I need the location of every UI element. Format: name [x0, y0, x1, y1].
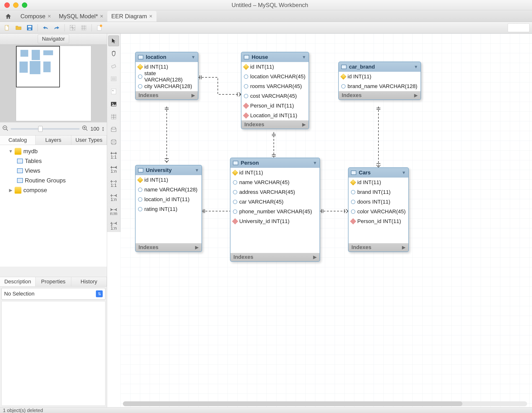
horizontal-scrollbar[interactable]	[123, 401, 527, 406]
column-row[interactable]: name VARCHAR(128)	[135, 185, 201, 195]
tab-properties[interactable]: Properties	[36, 277, 71, 286]
collapse-icon[interactable]: ▼	[191, 55, 195, 60]
column-row[interactable]: id INT(11)	[349, 178, 408, 187]
rel-1-n-fk-tool[interactable]: 1:n	[108, 220, 119, 232]
entity-indexes[interactable]: Indexes▶	[135, 91, 198, 100]
eraser-tool[interactable]	[108, 61, 119, 72]
column-row[interactable]: Location_id INT(11)	[241, 111, 309, 120]
close-window-button[interactable]	[4, 2, 10, 8]
entity-indexes[interactable]: Indexes▶	[135, 243, 201, 252]
minimize-window-button[interactable]	[13, 2, 19, 8]
rel-1-n-tool[interactable]: 1:n	[108, 192, 119, 204]
tab-catalog[interactable]: Catalog	[0, 135, 36, 145]
tree-routine-groups[interactable]: Routine Groups	[0, 176, 107, 185]
rel-n-m-tool[interactable]: n:m	[108, 206, 119, 218]
expand-icon[interactable]: ▶	[195, 245, 199, 250]
tab-layers[interactable]: Layers	[36, 135, 71, 145]
entity-indexes[interactable]: Indexes▶	[349, 243, 408, 252]
table-tool[interactable]	[108, 111, 119, 122]
entity-indexes[interactable]: Indexes▶	[230, 253, 320, 261]
tab-user-types[interactable]: User Types	[71, 135, 107, 145]
align-grid-button[interactable]	[79, 23, 89, 32]
selection-dropdown[interactable]: No Selection ⇅	[1, 288, 105, 300]
tree-db-mydb[interactable]: ▼ mydb	[0, 146, 107, 156]
disclosure-icon[interactable]: ▼	[9, 149, 13, 154]
view-tool[interactable]	[108, 124, 119, 135]
description-area[interactable]	[1, 301, 105, 406]
column-row[interactable]: address VARCHAR(45)	[230, 187, 320, 197]
column-row[interactable]: University_id INT(11)	[230, 216, 320, 226]
column-row[interactable]: brand_name VARCHAR(128)	[339, 82, 420, 91]
routine-tool[interactable]	[108, 137, 119, 147]
home-icon[interactable]	[2, 11, 14, 21]
entity-indexes[interactable]: Indexes▶	[241, 120, 309, 129]
column-row[interactable]: brand INT(11)	[349, 187, 408, 197]
tree-views[interactable]: Views	[0, 166, 107, 176]
column-row[interactable]: rating INT(11)	[135, 204, 201, 214]
entity-house[interactable]: House▼ id INT(11) location VARCHAR(45) r…	[241, 52, 309, 129]
column-row[interactable]: city VARCHAR(128)	[135, 82, 198, 91]
collapse-icon[interactable]: ▼	[302, 55, 306, 60]
zoom-in-icon[interactable]	[82, 125, 88, 132]
layer-tool[interactable]	[108, 74, 119, 84]
zoom-stepper-icon[interactable]: ▲▼	[102, 126, 104, 131]
close-icon[interactable]: ✕	[48, 14, 51, 19]
zoom-out-icon[interactable]	[2, 125, 8, 132]
column-row[interactable]: state VARCHAR(128)	[135, 72, 198, 82]
navigator-minimap[interactable]	[0, 45, 107, 122]
rel-1-n-identifying-tool[interactable]: 1:n	[108, 163, 119, 176]
open-file-button[interactable]	[14, 23, 23, 32]
column-row[interactable]: location_id INT(11)	[135, 195, 201, 204]
column-row[interactable]: id INT(11)	[241, 62, 309, 72]
hand-tool[interactable]	[108, 48, 119, 59]
column-row[interactable]: Person_id INT(11)	[241, 101, 309, 111]
new-file-button[interactable]	[2, 23, 12, 32]
close-icon[interactable]: ✕	[149, 14, 152, 19]
tab-description[interactable]: Description	[0, 277, 36, 286]
column-row[interactable]: cost VARCHAR(45)	[241, 91, 309, 101]
collapse-icon[interactable]: ▼	[414, 65, 418, 70]
rel-1-1-identifying-tool[interactable]: 1:1	[108, 149, 119, 161]
column-row[interactable]: id INT(11)	[230, 168, 320, 178]
entity-cars[interactable]: Cars▼ id INT(11) brand INT(11) doors INT…	[348, 167, 409, 252]
entity-location[interactable]: location▼ id INT(11) state VARCHAR(128) …	[135, 52, 198, 100]
dropdown-icon[interactable]: ⇅	[96, 291, 103, 297]
column-row[interactable]: location VARCHAR(45)	[241, 72, 309, 82]
image-tool[interactable]	[108, 99, 119, 109]
entity-header[interactable]: University▼	[135, 165, 201, 175]
expand-icon[interactable]: ▶	[414, 93, 418, 98]
entity-indexes[interactable]: Indexes▶	[339, 91, 420, 100]
entity-person[interactable]: Person▼ id INT(11) name VARCHAR(45) addr…	[230, 158, 320, 262]
close-icon[interactable]: ✕	[100, 14, 104, 19]
column-row[interactable]: id INT(11)	[339, 72, 420, 82]
entity-header[interactable]: House▼	[241, 52, 309, 62]
toolbar-search-box[interactable]	[508, 23, 530, 32]
rel-1-1-tool[interactable]: 1:1	[108, 178, 119, 190]
expand-icon[interactable]: ▶	[313, 254, 317, 260]
column-row[interactable]: phone_number VARCHAR(45)	[230, 207, 320, 216]
maximize-window-button[interactable]	[22, 2, 27, 8]
tab-eer-diagram[interactable]: EER Diagram ✕	[107, 11, 156, 22]
expand-icon[interactable]: ▶	[302, 122, 306, 127]
collapse-icon[interactable]: ▼	[401, 170, 406, 175]
tree-db-compose[interactable]: ▶ compose	[0, 185, 107, 195]
column-row[interactable]: car VARCHAR(45)	[230, 197, 320, 207]
entity-header[interactable]: Cars▼	[349, 168, 408, 178]
undo-button[interactable]	[41, 23, 50, 32]
zoom-slider[interactable]	[11, 128, 80, 130]
column-row[interactable]: id INT(11)	[135, 175, 201, 185]
collapse-icon[interactable]: ▼	[195, 168, 199, 173]
save-button[interactable]	[25, 23, 35, 32]
column-row[interactable]: doors INT(11)	[349, 197, 408, 207]
tab-history[interactable]: History	[71, 277, 107, 286]
entity-university[interactable]: University▼ id INT(11) name VARCHAR(128)…	[135, 165, 202, 252]
column-row[interactable]: name VARCHAR(45)	[230, 178, 320, 187]
column-row[interactable]: rooms VARCHAR(45)	[241, 82, 309, 91]
column-row[interactable]: Person_id INT(11)	[349, 216, 408, 226]
tree-tables[interactable]: Tables	[0, 156, 107, 166]
disclosure-icon[interactable]: ▶	[9, 188, 13, 193]
entity-car-brand[interactable]: car_brand▼ id INT(11) brand_name VARCHAR…	[338, 62, 421, 100]
toggle-grid-button[interactable]	[68, 23, 77, 32]
minimap-viewport[interactable]	[16, 46, 60, 87]
tab-mysql-model[interactable]: MySQL Model* ✕	[55, 11, 108, 22]
